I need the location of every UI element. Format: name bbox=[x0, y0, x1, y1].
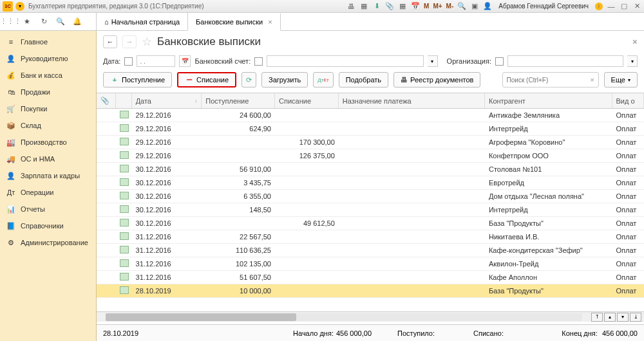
sidebar-item-9[interactable]: ДтОперации bbox=[0, 184, 96, 201]
th-purpose[interactable]: Назначение платежа bbox=[339, 93, 485, 108]
table-row[interactable]: 31.12.201622 567,50Никитаева И.В.Оплат bbox=[97, 230, 644, 244]
cell-type: Оплат bbox=[612, 125, 645, 133]
table-row[interactable]: 31.12.2016110 636,25Кафе-кондитерская "З… bbox=[97, 244, 644, 257]
scroll-thumb[interactable] bbox=[106, 313, 296, 321]
table-row[interactable]: 31.12.2016102 135,00Аквилон-ТрейдОплат bbox=[97, 257, 644, 271]
scroll-top-button[interactable]: ⤒ bbox=[591, 313, 603, 322]
cell-agent: Никитаева И.В. bbox=[485, 233, 612, 241]
tab-bank-statements[interactable]: Банковские выписки × bbox=[187, 14, 281, 31]
sidebar-item-4[interactable]: 🛒Покупки bbox=[0, 100, 96, 117]
page-close-button[interactable]: × bbox=[632, 37, 638, 47]
table-row[interactable]: 30.12.20166 355,00Дом отдыха "Лесная пол… bbox=[97, 190, 644, 203]
user-name[interactable]: Абрамов Геннадий Сергеевич bbox=[498, 3, 589, 10]
table-row[interactable]: 29.12.2016170 300,00Агроферма "Коровино"… bbox=[97, 136, 644, 149]
table-row[interactable]: 31.12.201651 607,50Кафе АполлонОплат bbox=[97, 271, 644, 284]
tab-close-icon[interactable]: × bbox=[268, 18, 272, 26]
apps-icon[interactable]: ⋮⋮⋮ bbox=[5, 17, 15, 27]
table-body[interactable]: 29.12.201624 600,00Антикафе ЗемляникаОпл… bbox=[97, 109, 644, 311]
sidebar-item-8[interactable]: 👤Зарплата и кадры bbox=[0, 167, 96, 184]
sidebar-item-label: Руководителю bbox=[21, 55, 68, 62]
nav-back-button[interactable]: ← bbox=[103, 35, 117, 48]
star-icon[interactable]: ★ bbox=[22, 17, 32, 27]
sidebar-item-1[interactable]: 👤Руководителю bbox=[0, 50, 96, 67]
sidebar-item-7[interactable]: 🚚ОС и НМА bbox=[0, 151, 96, 167]
maximize-icon[interactable]: ▢ bbox=[620, 2, 629, 11]
pick-button[interactable]: Подобрать bbox=[339, 72, 388, 88]
th-expense[interactable]: Списание bbox=[275, 93, 339, 108]
expense-button[interactable]: − Списание bbox=[177, 72, 236, 88]
load-button[interactable]: Загрузить bbox=[261, 72, 308, 88]
table-row[interactable]: 30.12.201656 910,00Столовая №101Оплат bbox=[97, 163, 644, 176]
date-picker-button[interactable]: 📅 bbox=[179, 55, 191, 67]
account-filter-checkbox[interactable] bbox=[254, 57, 263, 66]
sidebar-icon: 📦 bbox=[6, 121, 15, 130]
save-icon[interactable]: ⬇ bbox=[372, 2, 381, 11]
document-icon bbox=[120, 286, 129, 294]
registry-button[interactable]: 🖶 Реестр документов bbox=[393, 72, 480, 88]
search-icon[interactable]: 🔍 bbox=[457, 2, 466, 11]
scroll-bottom-button[interactable]: ⤓ bbox=[630, 313, 641, 322]
tab-home[interactable]: ⌂ Начальная страница bbox=[96, 13, 188, 30]
bell-icon[interactable]: 🔔 bbox=[72, 17, 82, 27]
sidebar-item-2[interactable]: 💰Банк и касса bbox=[0, 67, 96, 84]
sidebar-item-10[interactable]: 📊Отчеты bbox=[0, 201, 96, 217]
sidebar-icon: 🚚 bbox=[6, 154, 15, 163]
income-button[interactable]: + Поступление bbox=[103, 72, 172, 88]
memory-m-minus[interactable]: M- bbox=[446, 3, 454, 10]
table-row[interactable]: 29.12.2016624,90ИнтертрейдОплат bbox=[97, 122, 644, 136]
minimize-icon[interactable]: — bbox=[607, 2, 616, 11]
org-select[interactable] bbox=[507, 55, 623, 67]
nav-forward-button[interactable]: → bbox=[122, 35, 137, 48]
table-row[interactable]: 30.12.201649 612,50База "Продукты"Оплат bbox=[97, 217, 644, 230]
th-agent[interactable]: Контрагент bbox=[485, 93, 612, 108]
info-icon[interactable]: i bbox=[595, 3, 603, 10]
sidebar-item-6[interactable]: 🏭Производство bbox=[0, 134, 96, 151]
horizontal-scrollbar[interactable]: ⤒ ▴ ▾ ⤓ bbox=[97, 311, 644, 322]
account-select-button[interactable]: ▾ bbox=[428, 55, 438, 67]
th-icon[interactable] bbox=[116, 93, 132, 108]
calc-icon[interactable]: ▦ bbox=[398, 2, 407, 11]
table-row[interactable]: 28.10.201910 000,00База "Продукты"Оплат bbox=[97, 284, 644, 298]
refresh-button[interactable]: ⟳ bbox=[242, 72, 256, 88]
th-date[interactable]: Дата↓ bbox=[132, 93, 202, 108]
history-icon[interactable]: ↻ bbox=[39, 17, 49, 27]
calendar-icon[interactable]: 📅 bbox=[411, 2, 420, 11]
th-attachment[interactable]: 📎 bbox=[97, 93, 116, 108]
app-menu-dropdown[interactable]: ▼ bbox=[15, 2, 24, 11]
grid-icon[interactable]: ▦ bbox=[359, 2, 368, 11]
search-box[interactable]: × bbox=[502, 72, 599, 88]
link-icon[interactable]: 📎 bbox=[385, 2, 394, 11]
cell-agent: База "Продукты" bbox=[485, 287, 612, 295]
close-icon[interactable]: ✕ bbox=[632, 2, 641, 11]
app-logo: 1C bbox=[3, 1, 13, 12]
org-select-button[interactable]: ▾ bbox=[627, 55, 638, 67]
table-row[interactable]: 29.12.2016126 375,00Конфетпром ООООплат bbox=[97, 149, 644, 163]
more-button[interactable]: Еще ▾ bbox=[604, 72, 638, 88]
table-row[interactable]: 30.12.20163 435,75ЕвротрейдОплат bbox=[97, 176, 644, 190]
search-toolbar-icon[interactable]: 🔍 bbox=[55, 17, 66, 27]
sidebar-item-12[interactable]: ⚙Администрирование bbox=[0, 234, 96, 251]
search-input[interactable] bbox=[507, 77, 591, 84]
print-icon[interactable]: 🖶 bbox=[346, 2, 355, 11]
date-filter-checkbox[interactable] bbox=[124, 57, 133, 66]
account-select[interactable] bbox=[267, 55, 423, 67]
memory-m-plus[interactable]: M+ bbox=[433, 3, 442, 10]
window-icon[interactable]: ▣ bbox=[470, 2, 479, 11]
sidebar-item-11[interactable]: 📘Справочники bbox=[0, 217, 96, 234]
sidebar-item-0[interactable]: ≡Главное bbox=[0, 33, 96, 50]
scroll-up-button[interactable]: ▴ bbox=[604, 313, 616, 322]
th-type[interactable]: Вид о bbox=[612, 93, 645, 108]
scroll-down-button[interactable]: ▾ bbox=[617, 313, 629, 322]
search-clear-icon[interactable]: × bbox=[590, 76, 594, 84]
org-filter-checkbox[interactable] bbox=[495, 57, 504, 66]
date-filter-input[interactable] bbox=[137, 55, 175, 67]
favorite-star-icon[interactable]: ☆ bbox=[142, 35, 152, 49]
th-income[interactable]: Поступление bbox=[202, 93, 275, 108]
table-row[interactable]: 30.12.2016148,50ИнтертрейдОплат bbox=[97, 203, 644, 217]
table-row[interactable]: 29.12.201624 600,00Антикафе ЗемляникаОпл… bbox=[97, 109, 644, 122]
dtkt-button[interactable]: ДтКт bbox=[313, 72, 333, 88]
cell-date: 29.12.2016 bbox=[132, 138, 202, 146]
memory-m[interactable]: M bbox=[424, 3, 429, 10]
sidebar-item-3[interactable]: 🛍Продажи bbox=[0, 84, 96, 100]
sidebar-item-5[interactable]: 📦Склад bbox=[0, 117, 96, 134]
